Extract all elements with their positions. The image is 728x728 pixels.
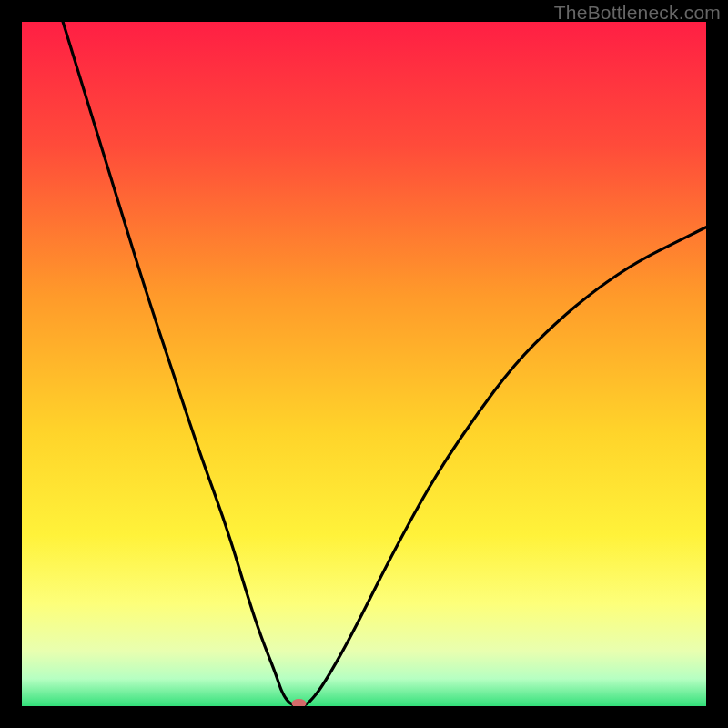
chart-frame [22,22,706,706]
watermark-text: TheBottleneck.com [554,2,721,24]
gradient-background [22,22,706,706]
bottleneck-chart [22,22,706,706]
